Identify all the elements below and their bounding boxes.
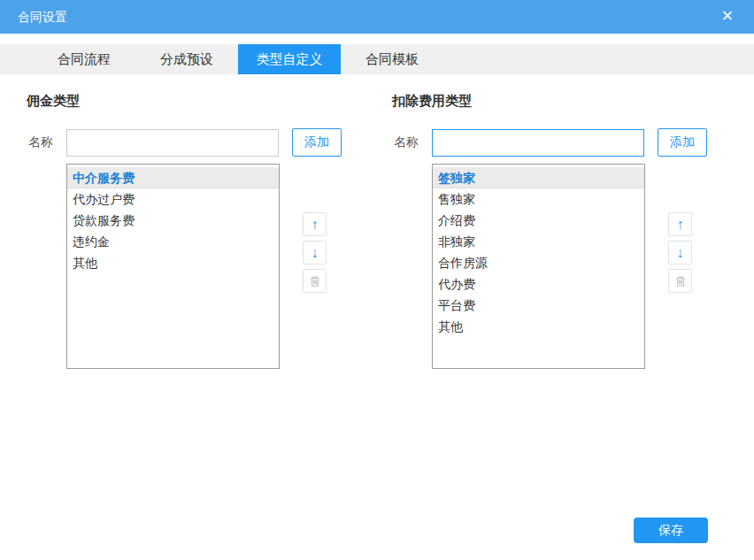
commission-listbox: 中介服务费代办过户费贷款服务费违约金其他 bbox=[66, 164, 280, 369]
list-item[interactable]: 贷款服务费 bbox=[67, 210, 279, 231]
tab-contract-template[interactable]: 合同模板 bbox=[341, 44, 443, 74]
trash-icon bbox=[309, 275, 321, 288]
commission-list-controls: ↑ ↓ bbox=[303, 212, 327, 297]
commission-name-input[interactable] bbox=[66, 129, 279, 157]
trash-icon bbox=[674, 275, 687, 288]
deduction-list-controls: ↑ ↓ bbox=[668, 212, 692, 297]
dialog-title: 合同设置 bbox=[18, 0, 67, 34]
close-icon[interactable]: × bbox=[713, 0, 742, 34]
list-item[interactable]: 签独家 bbox=[433, 167, 644, 188]
list-item[interactable]: 售独家 bbox=[433, 188, 644, 210]
list-item[interactable]: 平台费 bbox=[433, 295, 644, 316]
section-title: 佣金类型 bbox=[27, 92, 381, 110]
move-down-button[interactable]: ↓ bbox=[668, 241, 692, 265]
list-item[interactable]: 合作房源 bbox=[433, 252, 644, 273]
name-label: 名称 bbox=[28, 134, 53, 150]
move-down-button[interactable]: ↓ bbox=[303, 241, 327, 265]
list-item[interactable]: 介绍费 bbox=[433, 210, 644, 231]
move-up-button[interactable]: ↑ bbox=[303, 212, 327, 236]
move-up-button[interactable]: ↑ bbox=[668, 212, 692, 236]
name-label: 名称 bbox=[394, 134, 419, 150]
list-item[interactable]: 其他 bbox=[433, 316, 644, 337]
commission-add-button[interactable]: 添加 bbox=[292, 128, 342, 157]
up-arrow-icon: ↑ bbox=[677, 218, 684, 232]
list-item[interactable]: 代办过户费 bbox=[67, 188, 279, 210]
contract-settings-dialog: 合同设置 × 合同流程 分成预设 类型自定义 合同模板 佣金类型 名称 添加 中… bbox=[0, 0, 754, 560]
list-item[interactable]: 非独家 bbox=[433, 231, 644, 252]
commission-type-section: 佣金类型 名称 添加 中介服务费代办过户费贷款服务费违约金其他 ↑ ↓ bbox=[27, 88, 381, 389]
section-title: 扣除费用类型 bbox=[392, 92, 746, 110]
tab-contract-process[interactable]: 合同流程 bbox=[33, 44, 135, 74]
title-bar: 合同设置 × bbox=[0, 0, 754, 34]
name-row: 名称 添加 bbox=[27, 127, 381, 157]
list-item[interactable]: 违约金 bbox=[67, 231, 279, 252]
deduction-type-section: 扣除费用类型 名称 添加 签独家售独家介绍费非独家合作房源代办费平台费其他 ↑ … bbox=[392, 88, 746, 389]
save-button[interactable]: 保存 bbox=[634, 518, 708, 543]
tab-type-custom[interactable]: 类型自定义 bbox=[238, 44, 341, 74]
delete-button[interactable] bbox=[668, 269, 692, 293]
delete-button[interactable] bbox=[303, 269, 327, 293]
down-arrow-icon: ↓ bbox=[677, 246, 684, 260]
tab-bar: 合同流程 分成预设 类型自定义 合同模板 bbox=[0, 44, 754, 74]
list-item[interactable]: 代办费 bbox=[433, 273, 644, 295]
name-row: 名称 添加 bbox=[392, 127, 746, 157]
list-item[interactable]: 中介服务费 bbox=[67, 167, 279, 188]
list-item[interactable]: 其他 bbox=[67, 252, 279, 273]
deduction-add-button[interactable]: 添加 bbox=[658, 128, 707, 157]
deduction-name-input[interactable] bbox=[432, 129, 644, 157]
deduction-listbox: 签独家售独家介绍费非独家合作房源代办费平台费其他 bbox=[432, 164, 645, 369]
tab-split-preset[interactable]: 分成预设 bbox=[135, 44, 238, 74]
up-arrow-icon: ↑ bbox=[312, 218, 319, 232]
down-arrow-icon: ↓ bbox=[312, 246, 319, 260]
